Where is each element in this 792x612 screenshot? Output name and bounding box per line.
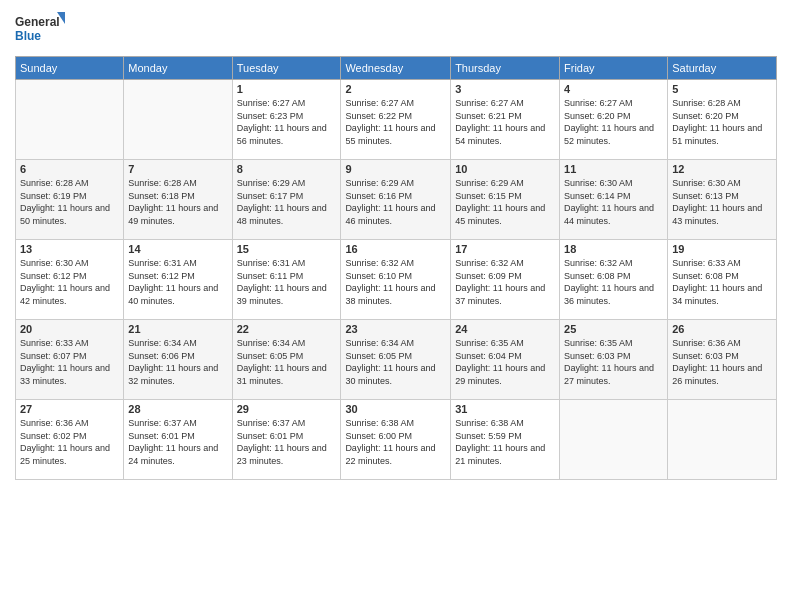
calendar-cell: 19Sunrise: 6:33 AM Sunset: 6:08 PM Dayli… <box>668 240 777 320</box>
calendar-week-4: 20Sunrise: 6:33 AM Sunset: 6:07 PM Dayli… <box>16 320 777 400</box>
day-number: 29 <box>237 403 337 415</box>
day-number: 31 <box>455 403 555 415</box>
day-header-thursday: Thursday <box>451 57 560 80</box>
calendar-cell: 6Sunrise: 6:28 AM Sunset: 6:19 PM Daylig… <box>16 160 124 240</box>
page: General Blue SundayMondayTuesdayWednesda… <box>0 0 792 612</box>
calendar-cell: 1Sunrise: 6:27 AM Sunset: 6:23 PM Daylig… <box>232 80 341 160</box>
calendar-cell <box>124 80 232 160</box>
day-info: Sunrise: 6:33 AM Sunset: 6:07 PM Dayligh… <box>20 337 119 387</box>
day-number: 14 <box>128 243 227 255</box>
day-number: 7 <box>128 163 227 175</box>
day-info: Sunrise: 6:29 AM Sunset: 6:16 PM Dayligh… <box>345 177 446 227</box>
calendar-cell: 29Sunrise: 6:37 AM Sunset: 6:01 PM Dayli… <box>232 400 341 480</box>
day-info: Sunrise: 6:38 AM Sunset: 6:00 PM Dayligh… <box>345 417 446 467</box>
logo-svg: General Blue <box>15 10 65 48</box>
calendar-cell: 13Sunrise: 6:30 AM Sunset: 6:12 PM Dayli… <box>16 240 124 320</box>
calendar-cell <box>16 80 124 160</box>
day-number: 10 <box>455 163 555 175</box>
day-number: 23 <box>345 323 446 335</box>
day-number: 13 <box>20 243 119 255</box>
day-info: Sunrise: 6:35 AM Sunset: 6:03 PM Dayligh… <box>564 337 663 387</box>
day-info: Sunrise: 6:30 AM Sunset: 6:12 PM Dayligh… <box>20 257 119 307</box>
day-info: Sunrise: 6:29 AM Sunset: 6:17 PM Dayligh… <box>237 177 337 227</box>
day-info: Sunrise: 6:30 AM Sunset: 6:14 PM Dayligh… <box>564 177 663 227</box>
calendar-cell: 16Sunrise: 6:32 AM Sunset: 6:10 PM Dayli… <box>341 240 451 320</box>
logo: General Blue <box>15 10 65 48</box>
day-info: Sunrise: 6:34 AM Sunset: 6:05 PM Dayligh… <box>345 337 446 387</box>
svg-text:Blue: Blue <box>15 29 41 43</box>
day-number: 28 <box>128 403 227 415</box>
day-info: Sunrise: 6:37 AM Sunset: 6:01 PM Dayligh… <box>237 417 337 467</box>
day-number: 5 <box>672 83 772 95</box>
calendar-cell: 23Sunrise: 6:34 AM Sunset: 6:05 PM Dayli… <box>341 320 451 400</box>
calendar-cell: 2Sunrise: 6:27 AM Sunset: 6:22 PM Daylig… <box>341 80 451 160</box>
day-number: 6 <box>20 163 119 175</box>
day-header-friday: Friday <box>560 57 668 80</box>
calendar-cell: 14Sunrise: 6:31 AM Sunset: 6:12 PM Dayli… <box>124 240 232 320</box>
day-number: 3 <box>455 83 555 95</box>
day-number: 4 <box>564 83 663 95</box>
day-number: 9 <box>345 163 446 175</box>
day-info: Sunrise: 6:37 AM Sunset: 6:01 PM Dayligh… <box>128 417 227 467</box>
day-info: Sunrise: 6:28 AM Sunset: 6:18 PM Dayligh… <box>128 177 227 227</box>
calendar-week-2: 6Sunrise: 6:28 AM Sunset: 6:19 PM Daylig… <box>16 160 777 240</box>
calendar-cell: 17Sunrise: 6:32 AM Sunset: 6:09 PM Dayli… <box>451 240 560 320</box>
day-number: 26 <box>672 323 772 335</box>
day-info: Sunrise: 6:34 AM Sunset: 6:05 PM Dayligh… <box>237 337 337 387</box>
calendar-week-3: 13Sunrise: 6:30 AM Sunset: 6:12 PM Dayli… <box>16 240 777 320</box>
day-number: 15 <box>237 243 337 255</box>
calendar-cell: 3Sunrise: 6:27 AM Sunset: 6:21 PM Daylig… <box>451 80 560 160</box>
calendar-week-5: 27Sunrise: 6:36 AM Sunset: 6:02 PM Dayli… <box>16 400 777 480</box>
day-number: 18 <box>564 243 663 255</box>
calendar-cell: 20Sunrise: 6:33 AM Sunset: 6:07 PM Dayli… <box>16 320 124 400</box>
day-number: 8 <box>237 163 337 175</box>
calendar-cell: 8Sunrise: 6:29 AM Sunset: 6:17 PM Daylig… <box>232 160 341 240</box>
day-number: 17 <box>455 243 555 255</box>
calendar-week-1: 1Sunrise: 6:27 AM Sunset: 6:23 PM Daylig… <box>16 80 777 160</box>
day-info: Sunrise: 6:28 AM Sunset: 6:20 PM Dayligh… <box>672 97 772 147</box>
day-number: 22 <box>237 323 337 335</box>
day-info: Sunrise: 6:32 AM Sunset: 6:10 PM Dayligh… <box>345 257 446 307</box>
calendar-table: SundayMondayTuesdayWednesdayThursdayFrid… <box>15 56 777 480</box>
day-info: Sunrise: 6:36 AM Sunset: 6:02 PM Dayligh… <box>20 417 119 467</box>
day-header-wednesday: Wednesday <box>341 57 451 80</box>
day-number: 25 <box>564 323 663 335</box>
day-info: Sunrise: 6:27 AM Sunset: 6:20 PM Dayligh… <box>564 97 663 147</box>
calendar-header-row: SundayMondayTuesdayWednesdayThursdayFrid… <box>16 57 777 80</box>
calendar-cell <box>560 400 668 480</box>
calendar-cell: 7Sunrise: 6:28 AM Sunset: 6:18 PM Daylig… <box>124 160 232 240</box>
day-info: Sunrise: 6:27 AM Sunset: 6:21 PM Dayligh… <box>455 97 555 147</box>
calendar-cell: 4Sunrise: 6:27 AM Sunset: 6:20 PM Daylig… <box>560 80 668 160</box>
calendar-cell <box>668 400 777 480</box>
day-info: Sunrise: 6:27 AM Sunset: 6:23 PM Dayligh… <box>237 97 337 147</box>
day-header-saturday: Saturday <box>668 57 777 80</box>
calendar-cell: 28Sunrise: 6:37 AM Sunset: 6:01 PM Dayli… <box>124 400 232 480</box>
calendar-cell: 18Sunrise: 6:32 AM Sunset: 6:08 PM Dayli… <box>560 240 668 320</box>
calendar-cell: 10Sunrise: 6:29 AM Sunset: 6:15 PM Dayli… <box>451 160 560 240</box>
calendar-cell: 27Sunrise: 6:36 AM Sunset: 6:02 PM Dayli… <box>16 400 124 480</box>
header: General Blue <box>15 10 777 48</box>
day-number: 30 <box>345 403 446 415</box>
day-info: Sunrise: 6:34 AM Sunset: 6:06 PM Dayligh… <box>128 337 227 387</box>
day-number: 11 <box>564 163 663 175</box>
calendar-cell: 9Sunrise: 6:29 AM Sunset: 6:16 PM Daylig… <box>341 160 451 240</box>
day-number: 24 <box>455 323 555 335</box>
day-number: 12 <box>672 163 772 175</box>
day-info: Sunrise: 6:38 AM Sunset: 5:59 PM Dayligh… <box>455 417 555 467</box>
day-number: 27 <box>20 403 119 415</box>
calendar-cell: 5Sunrise: 6:28 AM Sunset: 6:20 PM Daylig… <box>668 80 777 160</box>
day-info: Sunrise: 6:27 AM Sunset: 6:22 PM Dayligh… <box>345 97 446 147</box>
day-number: 16 <box>345 243 446 255</box>
day-info: Sunrise: 6:36 AM Sunset: 6:03 PM Dayligh… <box>672 337 772 387</box>
day-info: Sunrise: 6:29 AM Sunset: 6:15 PM Dayligh… <box>455 177 555 227</box>
day-info: Sunrise: 6:35 AM Sunset: 6:04 PM Dayligh… <box>455 337 555 387</box>
day-number: 19 <box>672 243 772 255</box>
calendar-cell: 31Sunrise: 6:38 AM Sunset: 5:59 PM Dayli… <box>451 400 560 480</box>
calendar-cell: 15Sunrise: 6:31 AM Sunset: 6:11 PM Dayli… <box>232 240 341 320</box>
day-header-tuesday: Tuesday <box>232 57 341 80</box>
day-number: 20 <box>20 323 119 335</box>
calendar-cell: 12Sunrise: 6:30 AM Sunset: 6:13 PM Dayli… <box>668 160 777 240</box>
day-info: Sunrise: 6:32 AM Sunset: 6:08 PM Dayligh… <box>564 257 663 307</box>
svg-text:General: General <box>15 15 60 29</box>
day-info: Sunrise: 6:31 AM Sunset: 6:12 PM Dayligh… <box>128 257 227 307</box>
